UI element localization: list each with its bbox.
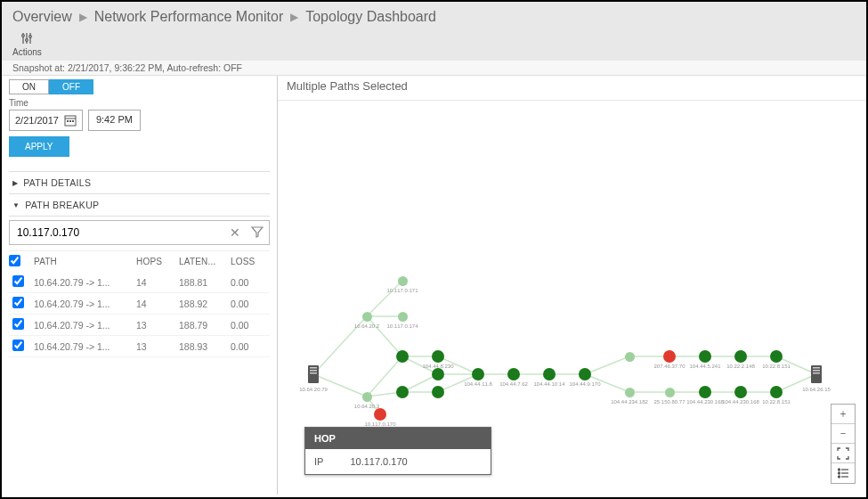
svg-point-50 (839, 472, 840, 474)
search-input[interactable] (10, 221, 224, 244)
tooltip-title: HOP (305, 428, 491, 449)
table-row[interactable]: 10.64.20.79 -> 1... 13 188.93 0.00 (9, 336, 270, 357)
col-path: PATH (34, 257, 133, 266)
node-label: 104.44.9.170 (569, 381, 600, 387)
zoom-fit-button[interactable] (831, 444, 855, 463)
table-row[interactable]: 10.64.20.79 -> 1... 14 188.81 0.00 (9, 272, 270, 293)
zoom-in-button[interactable]: ＋ (831, 405, 855, 424)
content-title: Multiple Paths Selected (278, 76, 866, 101)
svg-line-12 (313, 374, 367, 397)
topology-node[interactable] (362, 392, 372, 402)
hop-tooltip: HOP IP 10.117.0.170 (304, 427, 491, 475)
topology-node[interactable] (472, 368, 484, 380)
topology-node[interactable] (396, 386, 409, 398)
topology-node[interactable] (432, 368, 444, 380)
table-row[interactable]: 10.64.20.79 -> 1... 14 188.92 0.00 (9, 293, 270, 315)
svg-rect-48 (813, 372, 820, 374)
cell-path: 10.64.20.79 -> 1... (34, 320, 133, 331)
topology-node[interactable] (398, 312, 408, 322)
accordion-path-details[interactable]: ▶ PATH DETAILS (9, 172, 270, 194)
svg-point-4 (26, 39, 28, 42)
zoom-out-button[interactable]: － (831, 424, 855, 444)
cell-loss: 0.00 (231, 341, 270, 352)
topology-node[interactable] (398, 276, 408, 286)
row-checkbox[interactable] (12, 339, 24, 351)
clear-icon[interactable]: ✕ (224, 222, 246, 243)
topology-node[interactable] (699, 386, 711, 398)
cell-latency: 188.92 (179, 299, 227, 309)
actions-button[interactable]: Actions (12, 32, 42, 57)
breadcrumb-item[interactable]: Overview (12, 9, 72, 25)
svg-rect-44 (310, 372, 317, 374)
actions-label: Actions (12, 47, 42, 57)
topology-node[interactable] (625, 388, 635, 397)
col-latency: LATEN... (179, 257, 227, 266)
topology-node[interactable] (625, 352, 635, 362)
chevron-right-icon: ▶ (290, 11, 298, 23)
svg-point-5 (29, 36, 32, 38)
breadcrumb: Overview ▶ Network Performance Monitor ▶… (12, 9, 856, 25)
chevron-down-icon: ▼ (12, 201, 20, 209)
tooltip-ip-value: 10.117.0.170 (350, 456, 407, 467)
time-input[interactable]: 9:42 PM (88, 110, 141, 131)
breadcrumb-item[interactable]: Network Performance Monitor (94, 9, 284, 25)
node-label: 10.22.2.148 (726, 364, 755, 369)
cell-latency: 188.93 (179, 341, 227, 352)
node-label: 10.22.8.151 (762, 399, 791, 405)
node-label: 104.44.230.168 (722, 399, 759, 405)
node-label: 10.117.0.171 (386, 288, 418, 293)
apply-button[interactable]: APPLY (9, 136, 69, 157)
svg-line-13 (367, 281, 402, 316)
topology-node[interactable] (543, 368, 556, 380)
topology-node[interactable] (579, 368, 591, 380)
topology-node[interactable] (663, 350, 676, 363)
svg-point-49 (839, 469, 840, 470)
breadcrumb-item[interactable]: Topology Dashboard (305, 9, 436, 25)
topology-canvas[interactable]: Multiple Paths Selected HOP IP 10.117.0.… (278, 76, 866, 495)
server-icon[interactable] (306, 364, 320, 385)
topology-node[interactable] (432, 350, 444, 363)
cell-path: 10.64.20.79 -> 1... (34, 341, 133, 352)
topology-node[interactable] (770, 350, 783, 363)
topology-node[interactable] (734, 386, 747, 398)
svg-rect-8 (67, 120, 69, 122)
cell-latency: 188.81 (179, 277, 227, 288)
svg-rect-47 (813, 370, 820, 372)
topology-node[interactable] (362, 312, 372, 322)
topology-node[interactable] (396, 350, 409, 363)
date-input[interactable]: 2/21/2017 (9, 110, 83, 131)
topology-node[interactable] (432, 386, 444, 398)
node-label: 10.64.20.3 (354, 404, 379, 409)
zoom-list-button[interactable] (831, 463, 855, 483)
topology-node[interactable] (374, 408, 386, 421)
accordion-path-breakup[interactable]: ▼ PATH BREAKUP (9, 194, 270, 217)
svg-rect-43 (310, 370, 317, 372)
toggle-on[interactable]: ON (9, 79, 49, 94)
select-all-checkbox[interactable] (9, 255, 20, 266)
node-label: 207.46.37.70 (653, 364, 685, 369)
topology-node[interactable] (770, 386, 783, 398)
node-label: 10.117.0.174 (386, 323, 418, 329)
topology-node[interactable] (507, 368, 520, 380)
server-icon[interactable] (809, 364, 823, 385)
cell-path: 10.64.20.79 -> 1... (34, 299, 133, 309)
topology-node[interactable] (699, 350, 711, 363)
svg-rect-10 (72, 120, 74, 122)
svg-point-51 (839, 476, 840, 478)
topology-node[interactable] (665, 388, 675, 397)
node-label: 10.64.20.2 (354, 323, 379, 329)
row-checkbox[interactable] (12, 318, 24, 330)
filter-icon[interactable] (246, 222, 269, 244)
topology-node[interactable] (734, 350, 747, 363)
row-checkbox[interactable] (12, 275, 24, 287)
row-checkbox[interactable] (12, 297, 24, 308)
toggle-off[interactable]: OFF (49, 79, 93, 94)
calendar-icon (64, 114, 77, 127)
table-row[interactable]: 10.64.20.79 -> 1... 13 188.79 0.00 (9, 315, 270, 336)
sliders-icon (20, 32, 33, 47)
zoom-controls: ＋ － (831, 404, 856, 484)
cell-loss: 0.00 (231, 320, 270, 331)
path-grid: PATH HOPS LATEN... LOSS 10.64.20.79 -> 1… (9, 250, 270, 357)
node-label: 25.150.80.77 (653, 399, 685, 405)
node-label: 104.44.7.62 (499, 381, 528, 387)
